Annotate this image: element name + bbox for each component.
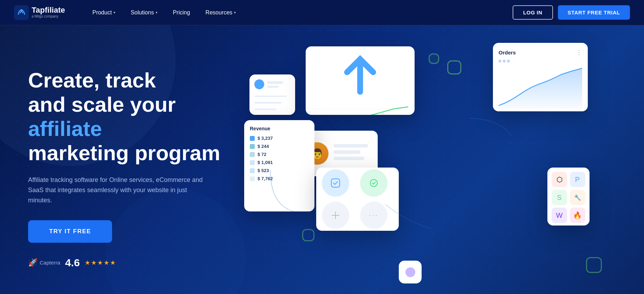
revenue-row-6: $ 7,762 — [250, 176, 309, 181]
capterra-score: 4.6 — [65, 257, 80, 269]
decorative-square-2 — [429, 53, 439, 64]
tool-icon-3 — [322, 202, 349, 229]
revenue-row-1: $ 3,237 — [250, 136, 309, 141]
tool-icon-1 — [322, 169, 349, 197]
orders-header: Orders ⋮ — [499, 48, 582, 56]
card-orders: Orders ⋮ — [493, 43, 588, 111]
arrow-up-icon — [312, 53, 408, 98]
decorative-square-4 — [586, 257, 602, 273]
nav-product[interactable]: Product ▾ — [86, 6, 122, 19]
capterra-rating: 🚀 Capterra 4.6 ★★★★★ — [28, 257, 239, 269]
person-info — [333, 144, 372, 163]
tool-icon-2 — [360, 169, 388, 197]
logo-icon — [14, 5, 29, 20]
avatar — [254, 79, 264, 89]
revenue-row-3: $ 72 — [250, 152, 309, 157]
integration-icon-6: 🔥 — [570, 208, 585, 223]
card-profile — [249, 74, 295, 115]
orders-title: Orders — [499, 50, 516, 55]
visual-cluster: Jan Feb Mar Apr May Jun Jul 👨 — [239, 32, 616, 294]
tool-icon-4: ··· — [360, 202, 388, 229]
integration-icon-1: ⬡ — [552, 172, 567, 187]
svg-point-18 — [370, 179, 377, 187]
card-chart: Jan Feb Mar Apr May Jun Jul — [306, 46, 415, 115]
hero-subtitle: Affiliate tracking software for Online s… — [28, 175, 211, 205]
nav-resources[interactable]: Resources ▾ — [199, 6, 242, 19]
hero-visuals: Jan Feb Mar Apr May Jun Jul 👨 — [239, 43, 616, 294]
try-it-free-button[interactable]: TRY IT FREE — [28, 220, 112, 243]
line-chart: Jan Feb Mar Apr May Jun Jul — [312, 101, 408, 115]
integration-icon-2: P — [570, 172, 585, 187]
hero-content: Create, track and scale your affiliate m… — [28, 68, 239, 268]
svg-point-1 — [20, 9, 22, 11]
revenue-row-2: $ 244 — [250, 144, 309, 149]
capterra-stars: ★★★★★ — [85, 259, 116, 267]
decorative-square-1 — [447, 60, 461, 74]
navbar: Tapfiliate a Mitgo company Product ▾ Sol… — [0, 0, 644, 25]
small-floating-card — [399, 261, 422, 283]
integration-icon-4: 🔧 — [570, 190, 585, 205]
chevron-down-icon: ▾ — [113, 11, 115, 14]
revenue-row-4: $ 1,091 — [250, 160, 309, 165]
card-revenue: Revenue $ 3,237 $ 244 $ 72 $ 1,091 — [244, 120, 314, 211]
card-integrations: ⬡ P S 🔧 W 🔥 — [547, 168, 590, 226]
start-trial-button[interactable]: START FREE TRIAL — [558, 5, 630, 20]
capterra-logo: 🚀 Capterra — [28, 258, 60, 267]
nav-links: Product ▾ Solutions ▾ Pricing Resources … — [86, 6, 513, 19]
integration-icon-3: S — [552, 190, 567, 205]
nav-solutions[interactable]: Solutions ▾ — [124, 6, 164, 19]
hero-title: Create, track and scale your affiliate m… — [28, 68, 239, 165]
hero-section: Create, track and scale your affiliate m… — [0, 25, 644, 294]
logo[interactable]: Tapfiliate a Mitgo company — [14, 5, 65, 20]
card-tools: ··· — [316, 168, 399, 231]
chevron-down-icon: ▾ — [156, 11, 157, 14]
orders-chart — [499, 65, 582, 109]
revenue-row-5: $ 523 — [250, 168, 309, 173]
svg-rect-17 — [331, 179, 340, 187]
capterra-icon: 🚀 — [28, 258, 38, 267]
integration-icon-5: W — [552, 208, 567, 223]
svg-rect-0 — [14, 5, 29, 20]
decorative-square-3 — [302, 229, 314, 241]
logo-text: Tapfiliate a Mitgo company — [32, 6, 65, 19]
revenue-title: Revenue — [250, 126, 309, 131]
orders-menu-icon[interactable]: ⋮ — [576, 48, 582, 56]
nav-actions: LOG IN START FREE TRIAL — [513, 5, 630, 20]
login-button[interactable]: LOG IN — [513, 5, 553, 20]
chevron-down-icon: ▾ — [234, 11, 236, 14]
nav-pricing[interactable]: Pricing — [167, 6, 196, 19]
